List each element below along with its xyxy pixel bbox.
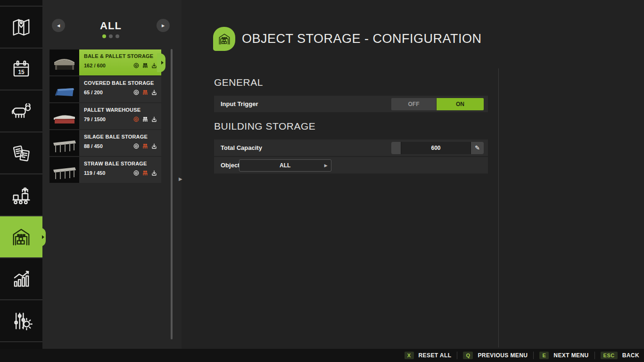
warehouse-icon: [9, 225, 33, 249]
page-title: OBJECT STORAGE - CONFIGURATION: [242, 32, 482, 46]
page-header: OBJECT STORAGE - CONFIGURATION: [213, 27, 482, 51]
shortcut-previous-menu[interactable]: Q PREVIOUS MENU: [463, 352, 528, 359]
section-title-general: GENERAL: [214, 77, 488, 88]
list-item-straw-bale-storage[interactable]: STRAW BALE STORAGE 119 / 450: [50, 157, 161, 183]
settings-icon: [9, 309, 33, 333]
page-dot[interactable]: [102, 34, 106, 38]
pallet-icon: [142, 116, 149, 123]
sidebar-item-storage[interactable]: [0, 215, 42, 257]
stats-icon: [9, 267, 33, 291]
active-tab-bump: [38, 228, 46, 247]
bale-icon: [133, 170, 140, 176]
insert-icon: [151, 62, 157, 69]
sidebar-partial-bottom: [0, 341, 42, 349]
next-category-button[interactable]: ▶: [157, 19, 170, 32]
pallet-icon: [142, 143, 149, 149]
list-scrollbar[interactable]: [171, 49, 173, 339]
bale-icon: [133, 62, 140, 69]
toggle-off-button[interactable]: OFF: [391, 98, 436, 110]
objects-selector[interactable]: ALL ▶: [239, 159, 331, 172]
fill-level: 88 / 450: [84, 143, 103, 149]
pallet-icon: [142, 89, 149, 96]
capacity-slider-handle[interactable]: [391, 142, 401, 154]
fill-level: 119 / 450: [84, 170, 105, 176]
thumbnail: [50, 130, 79, 156]
thumbnail: [50, 49, 79, 75]
bale-icon: [133, 143, 140, 149]
list-item-bale-pallet-storage[interactable]: BALE & PALLET STORAGE 162 / 600: [50, 49, 161, 75]
content-divider: [498, 68, 499, 347]
building-list: BALE & PALLET STORAGE 162 / 600: [50, 49, 161, 184]
bottom-bar: X RESET ALL Q PREVIOUS MENU E NEXT MENU …: [0, 349, 644, 362]
pencil-icon: ✎: [475, 144, 480, 151]
list-item-silage-bale-storage[interactable]: SILAGE BALE STORAGE 88 / 450: [50, 130, 161, 156]
thumbnail: [50, 157, 79, 183]
key-badge-esc: ESC: [601, 352, 618, 359]
insert-icon: [151, 116, 157, 123]
scrollbar-thumb[interactable]: [171, 49, 173, 339]
list-item-title: STRAW BALE STORAGE: [84, 161, 157, 166]
production-icon: [9, 183, 33, 207]
insert-icon: [151, 170, 157, 176]
thumbnail: [50, 103, 79, 129]
storage-badge: [213, 27, 235, 51]
toggle-on-button[interactable]: ON: [437, 98, 484, 110]
page-dots: [65, 34, 157, 38]
shortcut-back[interactable]: ESC BACK: [601, 352, 639, 359]
configuration-panel: OBJECT STORAGE - CONFIGURATION GENERAL I…: [182, 0, 644, 349]
sidebar-item-calendar[interactable]: [0, 48, 42, 90]
list-item-title: COVERED BALE STORAGE: [84, 80, 157, 86]
sidebar-item-statistics[interactable]: [0, 257, 42, 299]
chevron-right-icon: ▶: [324, 163, 328, 168]
sidebar-item-map[interactable]: [0, 6, 42, 48]
total-capacity-row: Total Capacity 600 ✎: [214, 140, 488, 156]
shortcut-reset-all[interactable]: X RESET ALL: [405, 352, 452, 359]
total-capacity-input: 600 ✎: [391, 142, 484, 154]
calendar-icon: [9, 57, 33, 82]
insert-icon: [151, 89, 157, 96]
fill-level: 162 / 600: [84, 63, 106, 68]
page-dot[interactable]: [116, 34, 119, 38]
page-dot[interactable]: [109, 34, 113, 38]
chevron-left-icon: ◀: [57, 24, 60, 28]
sidebar-partial-top: [0, 0, 42, 6]
thumbnail: [50, 76, 79, 102]
list-item-title: SILAGE BALE STORAGE: [84, 134, 157, 140]
building-list-panel: ◀ ALL ▶ BALE & PALLET STORAGE 162 / 600: [42, 0, 182, 349]
sidebar-item-settings[interactable]: [0, 299, 42, 341]
chevron-right-icon: ▶: [162, 24, 165, 28]
input-trigger-toggle: OFF ON: [391, 98, 484, 110]
insert-icon: [151, 143, 157, 149]
shortcut-next-menu[interactable]: E NEXT MENU: [539, 352, 588, 359]
shortcut-separator: [533, 352, 534, 359]
panel-collapse-arrow[interactable]: ▶: [179, 176, 182, 181]
shortcut-separator: [457, 352, 457, 359]
selected-item-bump: [157, 53, 165, 72]
key-badge-x: X: [405, 352, 414, 359]
list-item-pallet-warehouse[interactable]: PALLET WAREHOUSE 79 / 1500: [50, 103, 161, 129]
list-item-covered-bale-storage[interactable]: COVERED BALE STORAGE 65 / 200: [50, 76, 161, 102]
key-badge-q: Q: [463, 352, 473, 359]
bale-icon: [133, 116, 140, 123]
documents-icon: [9, 141, 33, 165]
pallet-icon: [142, 170, 149, 176]
capacity-value[interactable]: 600: [401, 142, 471, 154]
cow-icon: [9, 99, 33, 123]
row-label: Input Trigger: [214, 100, 258, 107]
list-item-title: PALLET WAREHOUSE: [84, 107, 157, 113]
sidebar-item-animals[interactable]: [0, 90, 42, 132]
prev-category-button[interactable]: ◀: [52, 19, 65, 32]
bale-icon: [133, 89, 140, 96]
shortcut-separator: [594, 352, 595, 359]
sidebar-item-production[interactable]: [0, 173, 42, 215]
section-title-building-storage: BUILDING STORAGE: [214, 121, 488, 132]
objects-value: ALL: [280, 162, 290, 169]
sidebar: [0, 0, 42, 349]
edit-button[interactable]: ✎: [471, 142, 484, 154]
warehouse-icon: [216, 31, 232, 47]
objects-row: Objects ALL ▶: [214, 157, 488, 173]
object-storage-configuration-screen: ◀ ALL ▶ BALE & PALLET STORAGE 162 / 600: [0, 0, 644, 362]
row-label: Total Capacity: [214, 144, 262, 151]
sidebar-item-contracts[interactable]: [0, 132, 42, 173]
category-title: ALL: [65, 20, 157, 32]
